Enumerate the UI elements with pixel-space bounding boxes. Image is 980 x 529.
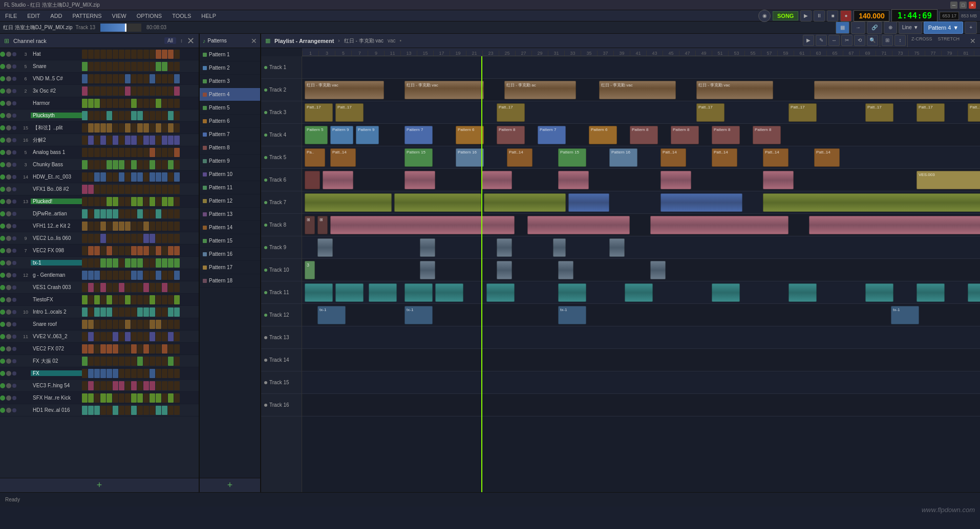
pat-cell-14-12[interactable] <box>156 222 161 231</box>
pat-cell-26-14[interactable] <box>168 369 174 378</box>
pat-cell-21-7[interactable] <box>125 307 131 317</box>
pat-cell-12-0[interactable] <box>82 197 88 206</box>
pat-cell-4-6[interactable] <box>119 99 124 108</box>
pat-cell-24-8[interactable] <box>131 344 137 354</box>
pat-cell-9-1[interactable] <box>88 160 94 169</box>
ch-name-23[interactable]: VVE2 V..063_2 <box>31 334 82 339</box>
block-t5-7[interactable]: Pattern 16 <box>609 148 637 167</box>
pat-cell-3-1[interactable] <box>88 86 94 96</box>
pat-cell-5-3[interactable] <box>100 111 106 120</box>
pat-cell-22-0[interactable] <box>82 320 88 329</box>
pat-cell-20-4[interactable] <box>106 295 112 304</box>
pat-cell-25-6[interactable] <box>119 357 124 366</box>
pat-cell-11-11[interactable] <box>150 185 155 194</box>
pat-cell-7-8[interactable] <box>131 136 137 145</box>
pat-cell-29-13[interactable] <box>162 406 167 415</box>
pat-cell-11-0[interactable] <box>82 185 88 194</box>
pat-cell-0-15[interactable] <box>174 50 180 59</box>
block-t4-8[interactable]: Pattern 6 <box>589 126 617 144</box>
pat-cell-4-10[interactable] <box>143 99 149 108</box>
pat-cell-0-0[interactable] <box>82 50 88 59</box>
pat-cell-13-15[interactable] <box>174 209 180 218</box>
playlist-tool3[interactable]: ✂ <box>841 35 853 46</box>
pat-cell-19-5[interactable] <box>113 283 118 292</box>
pat-cell-20-2[interactable] <box>94 295 100 304</box>
pat-cell-20-3[interactable] <box>100 295 106 304</box>
ch-solo-25[interactable] <box>6 359 11 364</box>
pat-cell-4-7[interactable] <box>125 99 131 108</box>
pat-cell-3-15[interactable] <box>174 86 180 96</box>
pat-cell-26-6[interactable] <box>119 369 124 378</box>
add-pattern-button[interactable]: + <box>965 21 977 34</box>
pat-cell-24-14[interactable] <box>168 344 174 354</box>
pat-cell-1-8[interactable] <box>131 62 137 71</box>
menu-view[interactable]: VIEW <box>110 12 129 20</box>
pat-cell-22-8[interactable] <box>131 320 137 329</box>
pat-cell-22-4[interactable] <box>106 320 112 329</box>
pat-cell-29-3[interactable] <box>100 406 106 415</box>
menu-add[interactable]: ADD <box>48 12 64 20</box>
block-t6-4[interactable] <box>481 171 512 189</box>
pat-cell-6-9[interactable] <box>137 123 143 133</box>
ch-name-4[interactable]: Harmor <box>31 100 82 106</box>
pat-cell-10-7[interactable] <box>125 172 131 182</box>
ch-solo-12[interactable] <box>6 199 11 204</box>
pat-cell-22-15[interactable] <box>174 320 180 329</box>
pat-cell-8-2[interactable] <box>94 148 100 157</box>
pat-cell-1-6[interactable] <box>119 62 124 71</box>
pat-cell-28-12[interactable] <box>156 393 161 403</box>
pat-cell-13-3[interactable] <box>100 209 106 218</box>
ch-extra-22[interactable] <box>12 322 16 326</box>
pat-cell-3-10[interactable] <box>143 86 149 96</box>
pat-cell-29-1[interactable] <box>88 406 94 415</box>
ch-mute-11[interactable] <box>0 187 5 192</box>
pat-cell-10-14[interactable] <box>168 172 174 182</box>
pat-cell-28-14[interactable] <box>168 393 174 403</box>
block-t7-5[interactable] <box>661 193 742 212</box>
pat-cell-20-15[interactable] <box>174 295 180 304</box>
pat-cell-22-5[interactable] <box>113 320 118 329</box>
block-t5-5[interactable]: Patt..14 <box>507 148 532 167</box>
pattern-item-16[interactable]: Pattern 17 <box>200 261 260 274</box>
pat-cell-14-7[interactable] <box>125 222 131 231</box>
pat-cell-1-0[interactable] <box>82 62 88 71</box>
pat-cell-13-7[interactable] <box>125 209 131 218</box>
block-t6-5[interactable] <box>558 171 589 189</box>
pat-cell-15-4[interactable] <box>106 234 112 243</box>
pat-cell-23-2[interactable] <box>94 332 100 341</box>
pat-cell-13-13[interactable] <box>162 209 167 218</box>
ch-mute-3[interactable] <box>0 89 5 94</box>
pattern-item-6[interactable]: Pattern 7 <box>200 128 260 141</box>
menu-tools[interactable]: TOOLS <box>170 12 193 20</box>
maximize-button[interactable]: □ <box>960 2 967 9</box>
pat-cell-18-8[interactable] <box>131 271 137 280</box>
pat-cell-15-8[interactable] <box>131 234 137 243</box>
add-channel-button[interactable]: + <box>97 480 102 491</box>
pat-cell-16-0[interactable] <box>82 246 88 255</box>
pat-cell-3-5[interactable] <box>113 86 118 96</box>
pat-cell-12-14[interactable] <box>168 197 174 206</box>
pat-cell-9-8[interactable] <box>131 160 137 169</box>
ch-extra-29[interactable] <box>12 408 16 412</box>
pat-cell-18-7[interactable] <box>125 271 131 280</box>
pat-cell-19-11[interactable] <box>150 283 155 292</box>
ch-name-14[interactable]: VFH1 12..e Kit 2 <box>31 223 82 229</box>
menu-edit[interactable]: EDIT <box>25 12 42 20</box>
pat-cell-12-4[interactable] <box>106 197 112 206</box>
pat-cell-28-15[interactable] <box>174 393 180 403</box>
pat-cell-2-1[interactable] <box>88 74 94 83</box>
pat-cell-19-9[interactable] <box>137 283 143 292</box>
pat-cell-18-15[interactable] <box>174 271 180 280</box>
block-t5-4[interactable]: Pattern 16 <box>456 148 484 167</box>
pat-cell-13-4[interactable] <box>106 209 112 218</box>
ch-mute-10[interactable] <box>0 174 5 180</box>
ch-solo-19[interactable] <box>6 285 11 290</box>
pat-cell-9-12[interactable] <box>156 160 161 169</box>
pat-cell-2-6[interactable] <box>119 74 124 83</box>
ch-mute-19[interactable] <box>0 285 5 290</box>
pat-cell-4-15[interactable] <box>174 99 180 108</box>
ch-mute-23[interactable] <box>0 334 5 339</box>
pat-cell-28-3[interactable] <box>100 393 106 403</box>
ch-mute-1[interactable] <box>0 64 5 69</box>
pat-cell-27-11[interactable] <box>150 381 155 390</box>
